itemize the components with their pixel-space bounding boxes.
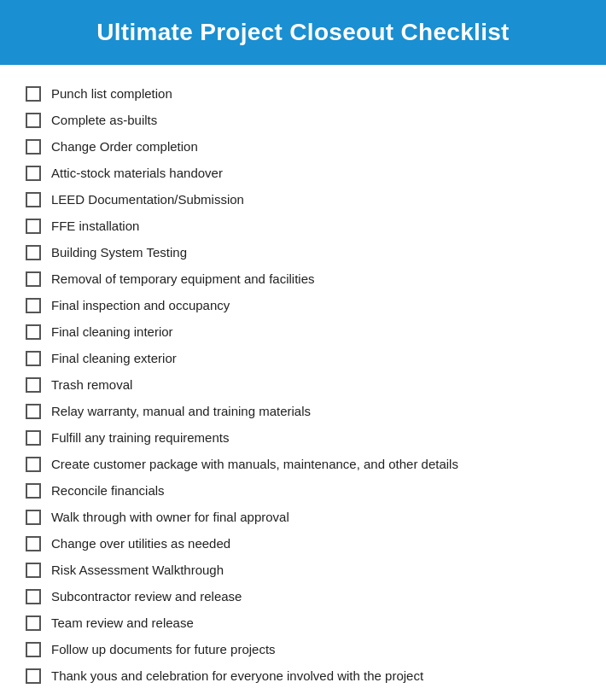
checklist-item: Building System Testing [26,239,580,265]
checklist-item-label: Final cleaning interior [51,323,173,341]
checklist-item-label: Create customer package with manuals, ma… [51,455,458,473]
checklist-item: Relay warranty, manual and training mate… [26,398,580,424]
page-header: Ultimate Project Closeout Checklist [0,0,606,65]
checklist-item: Risk Assessment Walkthrough [26,557,580,583]
checklist-item-label: Final inspection and occupancy [51,296,230,314]
checklist-item: Attic-stock materials handover [26,160,580,186]
checklist-item-label: LEED Documentation/Submission [51,190,244,208]
checklist-item-label: Walk through with owner for final approv… [51,508,289,526]
checklist-item: LEED Documentation/Submission [26,186,580,213]
checkbox[interactable] [26,668,41,684]
checkbox[interactable] [26,536,41,551]
checklist-item: Create customer package with manuals, ma… [26,451,580,477]
checklist-item: Final cleaning exterior [26,345,580,371]
page-title: Ultimate Project Closeout Checklist [26,19,580,46]
checkbox[interactable] [26,298,41,313]
checklist-item: Removal of temporary equipment and facil… [26,265,580,292]
checklist-item-label: Final cleaning exterior [51,349,177,367]
checklist-item-label: Follow up documents for future projects [51,640,276,658]
checkbox[interactable] [26,166,41,181]
checklist-item: Reconcile financials [26,477,580,504]
checkbox[interactable] [26,113,41,128]
checkbox[interactable] [26,589,41,604]
checklist-item: Final cleaning interior [26,318,580,345]
checklist-item: Subcontractor review and release [26,583,580,610]
checkbox[interactable] [26,642,41,657]
checklist-item-label: Change over utilities as needed [51,534,230,552]
checklist-item: Final inspection and occupancy [26,292,580,318]
checklist-item-label: Thank yous and celebration for everyone … [51,667,423,685]
checklist-item-label: Complete as-builts [51,111,157,129]
checkbox[interactable] [26,377,41,393]
checklist-item-label: Fulfill any training requirements [51,429,229,446]
checklist-item: Punch list completion [26,80,580,107]
checkbox[interactable] [26,615,41,631]
checklist-item: Follow up documents for future projects [26,636,580,662]
checklist-item: FFE installation [26,213,580,239]
checklist-item: Fulfill any training requirements [26,424,580,451]
checklist-item-label: Relay warranty, manual and training mate… [51,402,311,420]
checklist-item: Thank yous and celebration for everyone … [26,662,580,689]
checkbox[interactable] [26,563,41,578]
checklist-item-label: Risk Assessment Walkthrough [51,561,224,579]
checklist-item-label: Change Order completion [51,137,198,155]
checklist-item-label: Reconcile financials [51,481,165,499]
checkbox[interactable] [26,457,41,472]
checklist-container: Punch list completionComplete as-builtsC… [0,65,606,700]
checkbox[interactable] [26,510,41,525]
checkbox[interactable] [26,351,41,366]
checklist-item: Walk through with owner for final approv… [26,504,580,530]
checkbox[interactable] [26,245,41,260]
checklist-item: Team review and release [26,610,580,636]
checklist-item-label: FFE installation [51,217,139,235]
checklist-item-label: Subcontractor review and release [51,587,242,605]
checkbox[interactable] [26,192,41,207]
checkbox[interactable] [26,430,41,446]
checklist-item-label: Building System Testing [51,243,187,261]
checkbox[interactable] [26,271,41,287]
checklist-item: Complete as-builts [26,107,580,133]
checkbox[interactable] [26,324,41,340]
checklist-item-label: Trash removal [51,376,132,394]
checklist-item-label: Team review and release [51,614,194,632]
checkbox[interactable] [26,86,41,102]
checklist-item-label: Removal of temporary equipment and facil… [51,270,314,288]
checkbox[interactable] [26,404,41,419]
checklist-item: Change Order completion [26,133,580,160]
checklist-item-label: Punch list completion [51,85,172,102]
checkbox[interactable] [26,219,41,234]
checklist-item: Change over utilities as needed [26,530,580,557]
checkbox[interactable] [26,483,41,499]
checklist-item: Trash removal [26,371,580,398]
checklist-item-label: Attic-stock materials handover [51,164,223,182]
checkbox[interactable] [26,139,41,155]
